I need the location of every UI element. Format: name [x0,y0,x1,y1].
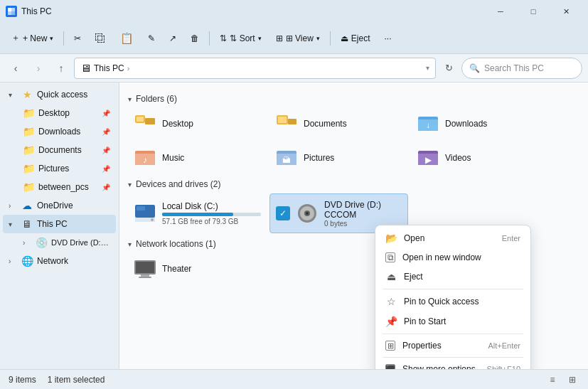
dvd-chevron-icon: › [23,239,31,247]
quickaccess-chevron-icon: ▾ [9,91,17,99]
onedrive-chevron-icon: › [9,202,17,210]
sidebar-section-quickaccess[interactable]: ▾ ★ Quick access [3,85,116,104]
copy-icon: ⿻ [95,32,106,44]
sidebar-item-documents[interactable]: 📁 Documents 📌 [3,141,116,159]
rename-button[interactable]: ✎ [142,27,161,50]
pin-icon: 📌 [102,110,110,117]
pictures-label: Pictures [304,153,334,163]
folder-desktop[interactable]: Desktop [128,108,267,139]
folder-videos[interactable]: ▶ Videos [411,142,550,174]
properties-icon: ⊞ [385,341,395,351]
up-button[interactable]: ↑ [51,58,71,78]
sort-icon: ⇅ [220,33,227,43]
devices-section-header: ▾ Devices and drives (2) [128,179,579,189]
desktop-icon [134,112,156,135]
svg-text:▶: ▶ [425,155,432,165]
downloads-icon: ↓ [417,112,439,135]
svg-rect-23 [137,206,145,211]
svg-rect-1 [11,8,15,11]
context-show-more-label: Show more options [402,364,480,369]
view-icon: ⊞ [276,33,283,43]
refresh-button[interactable]: ↻ [439,58,459,78]
item-count: 9 items [9,375,36,385]
network-toggle-icon[interactable]: ▾ [128,240,132,248]
view-button[interactable]: ⊞ ⊞ View ▾ [270,27,326,50]
context-eject[interactable]: ⏏ Eject [378,267,528,287]
drive-c-bar [162,213,233,216]
folders-toggle-icon[interactable]: ▾ [128,95,132,103]
close-button[interactable]: ✕ [550,0,582,23]
address-input[interactable]: 🖥 This PC › ▾ [74,58,436,79]
more-button[interactable]: ··· [379,27,397,50]
thispc-chevron-icon: ▾ [9,220,17,228]
svg-point-29 [306,212,309,215]
context-open-label: Open [404,233,495,243]
sidebar-item-quickaccess: Quick access [37,90,110,100]
sidebar: ▾ ★ Quick access 📁 Desktop 📌 📁 Downloads… [0,82,119,369]
devices-toggle-icon[interactable]: ▾ [128,181,132,188]
toolbar: ＋ + New ▾ ✂ ⿻ 📋 ✎ ↗ 🗑 ⇅ ⇅ Sort ▾ ⊞ ⊞ Vie… [0,23,588,54]
folder-documents[interactable]: Documents [269,108,408,139]
sidebar-item-network[interactable]: › 🌐 Network [3,252,116,270]
thispc-icon: 🖥 [21,218,33,230]
minimize-button[interactable]: ─ [484,0,517,23]
documents-folder-icon: 📁 [23,144,34,156]
sidebar-item-betweenpcs[interactable]: 📁 between_pcs 📌 [3,178,116,196]
folders-section-header: ▾ Folders (6) [128,94,579,104]
new-icon: ＋ [11,32,20,44]
context-pin-start[interactable]: 📌 Pin to Start [378,311,528,331]
cut-button[interactable]: ✂ [68,27,87,50]
search-box[interactable]: 🔍 Search This PC [461,58,582,79]
folder-pictures[interactable]: 🏔 Pictures [269,142,408,174]
music-label: Music [162,153,184,163]
folder-downloads[interactable]: ↓ Downloads [411,108,550,139]
context-properties[interactable]: ⊞ Properties Alt+Enter [378,336,528,355]
svg-rect-6 [145,118,155,124]
context-pin-start-label: Pin to Start [404,316,513,326]
more-icon: ··· [385,33,392,43]
open-icon: 📂 [385,233,397,244]
sidebar-item-pictures[interactable]: 📁 Pictures 📌 [3,159,116,178]
toolbar-sep-3 [330,31,331,46]
network-theater[interactable]: Theater [128,253,267,284]
svg-rect-33 [139,277,151,278]
search-icon: 🔍 [469,63,480,73]
svg-rect-32 [141,275,149,277]
eject-ctx-icon: ⏏ [385,271,397,282]
context-pin-quickaccess[interactable]: ☆ Pin to Quick access [378,292,528,311]
context-open[interactable]: 📂 Open Enter [378,228,528,248]
delete-button[interactable]: 🗑 [185,27,205,50]
breadcrumb-thispc: This PC [94,63,124,73]
forward-button[interactable]: › [28,58,48,78]
eject-button[interactable]: ⏏ Eject [335,27,376,50]
context-open-new-window[interactable]: ⧉ Open in new window [378,248,528,267]
context-show-more[interactable]: ⬛ Show more options Shift+F10 [378,360,528,369]
music-icon: ♪ [134,146,156,169]
sidebar-item-onedrive[interactable]: › ☁ OneDrive [3,196,116,215]
sidebar-item-thispc[interactable]: ▾ 🖥 This PC [3,215,116,233]
maximize-button[interactable]: □ [517,0,550,23]
svg-rect-0 [8,8,11,11]
sidebar-item-dvddrive[interactable]: › 💿 DVD Drive (D:) CCCOMA_X6 [3,233,116,252]
new-button[interactable]: ＋ + New ▾ [6,27,59,50]
new-chevron-icon: ▾ [50,35,53,42]
list-view-icon[interactable]: ≡ [545,373,560,387]
svg-rect-2 [8,11,11,15]
sort-button[interactable]: ⇅ ⇅ Sort ▾ [214,27,267,50]
drive-d-icon [296,202,319,225]
title-bar-left: This PC [6,6,52,17]
paste-button[interactable]: 📋 [114,27,139,50]
drive-d-check: ✓ [276,206,290,220]
downloads-label: Downloads [445,119,487,129]
sidebar-item-desktop[interactable]: 📁 Desktop 📌 [3,104,116,122]
share-button[interactable]: ↗ [164,27,182,50]
downloads-folder-icon: 📁 [23,126,34,137]
folder-music[interactable]: ♪ Music [128,142,267,174]
drive-c-bar-container [162,213,261,216]
copy-button[interactable]: ⿻ [90,27,112,50]
back-button[interactable]: ‹ [6,58,26,78]
grid-view-icon[interactable]: ⊞ [565,373,579,387]
drive-c[interactable]: Local Disk (C:) 57.1 GB free of 79.3 GB [128,193,267,233]
sidebar-item-downloads[interactable]: 📁 Downloads 📌 [3,122,116,141]
pin-start-icon: 📌 [385,316,397,327]
